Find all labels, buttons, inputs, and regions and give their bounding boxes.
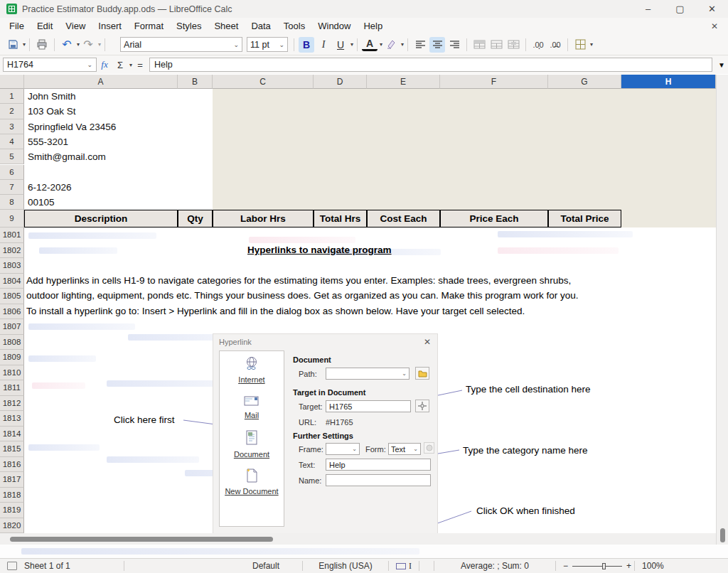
highlight-color-button[interactable] xyxy=(383,37,399,53)
column-header-b[interactable]: B xyxy=(178,75,213,89)
font-color-button[interactable]: A xyxy=(362,38,378,51)
row-header-5[interactable]: 5 xyxy=(0,149,24,164)
cell-a3[interactable]: Springfield Va 23456 xyxy=(24,119,178,134)
column-header-c[interactable]: C xyxy=(213,75,314,89)
column-header-f[interactable]: F xyxy=(440,75,548,89)
row-header-4[interactable]: 4 xyxy=(0,134,24,149)
menu-item-file[interactable]: File xyxy=(3,19,31,33)
vertical-scrollbar[interactable] xyxy=(716,75,728,545)
font-color-dropdown-icon[interactable]: ▾ xyxy=(380,41,382,48)
borders-button[interactable] xyxy=(572,37,588,53)
equals-button[interactable]: = xyxy=(132,60,148,70)
row-header-7[interactable]: 7 xyxy=(0,180,24,195)
redo-dropdown-icon[interactable]: ▾ xyxy=(98,41,101,48)
align-left-button[interactable] xyxy=(412,37,428,53)
save-dropdown-icon[interactable]: ▾ xyxy=(23,41,26,48)
row-header-1801[interactable]: 1801 xyxy=(0,227,24,243)
row-header-1820[interactable]: 1820 xyxy=(0,518,24,534)
column-header-a[interactable]: A xyxy=(24,75,178,89)
close-button[interactable]: ✕ xyxy=(696,0,728,18)
table-header-description[interactable]: Description xyxy=(24,210,178,227)
row-header-9[interactable]: 9 xyxy=(0,210,24,227)
underline-button[interactable]: U xyxy=(333,37,348,53)
row-header-1803[interactable]: 1803 xyxy=(0,258,24,274)
zoom-out-icon[interactable]: − xyxy=(563,561,568,571)
column-header-g[interactable]: G xyxy=(548,75,621,89)
delete-decimal-button[interactable]: .0̶0 xyxy=(547,37,563,53)
sum-average-indicator[interactable]: Average: ; Sum: 0 xyxy=(434,561,555,571)
row-header-1808[interactable]: 1808 xyxy=(0,335,24,350)
row-header-1809[interactable]: 1809 xyxy=(0,350,24,365)
menu-item-insert[interactable]: Insert xyxy=(92,19,128,33)
menu-item-data[interactable]: Data xyxy=(245,19,277,33)
maximize-button[interactable]: ▢ xyxy=(664,0,696,18)
save-button[interactable] xyxy=(5,37,21,53)
row-header-1810[interactable]: 1810 xyxy=(0,365,24,381)
unmerge-cells-button[interactable] xyxy=(505,37,521,53)
row-header-3[interactable]: 3 xyxy=(0,119,24,134)
column-header-h[interactable]: H xyxy=(621,75,716,89)
menu-item-view[interactable]: View xyxy=(59,19,92,33)
row-header-1817[interactable]: 1817 xyxy=(0,472,24,488)
close-document-icon[interactable]: ✕ xyxy=(711,21,718,31)
menu-item-window[interactable]: Window xyxy=(311,19,357,33)
borders-dropdown-icon[interactable]: ▾ xyxy=(590,41,593,48)
add-decimal-button[interactable]: .0̟0 xyxy=(530,37,546,53)
undo-dropdown-icon[interactable]: ▾ xyxy=(77,41,80,48)
hyperlink-dialog-image[interactable]: Hyperlink ✕ InternetMailDocumentNew Docu… xyxy=(213,334,437,533)
page-style[interactable]: Default xyxy=(245,561,302,571)
italic-button[interactable]: I xyxy=(316,37,331,53)
merge-center-button[interactable] xyxy=(488,37,504,53)
column-header-d[interactable]: D xyxy=(314,75,367,89)
underline-dropdown-icon[interactable]: ▾ xyxy=(350,41,353,48)
menu-item-format[interactable]: Format xyxy=(128,19,170,33)
redo-button[interactable]: ↷ xyxy=(80,37,96,53)
row-header-1806[interactable]: 1806 xyxy=(0,304,24,320)
table-header-labor-hrs[interactable]: Labor Hrs xyxy=(213,210,314,227)
selection-mode-indicator[interactable]: I xyxy=(389,561,419,572)
name-box[interactable]: H1764 ⌄ xyxy=(3,58,97,72)
menu-item-sheet[interactable]: Sheet xyxy=(208,19,245,33)
row-header-1807[interactable]: 1807 xyxy=(0,319,24,335)
zoom-slider[interactable] xyxy=(572,566,622,567)
language-indicator[interactable]: English (USA) xyxy=(303,561,388,571)
font-name-combo[interactable]: Arial⌄ xyxy=(120,37,242,52)
select-all-corner[interactable] xyxy=(0,75,24,89)
expand-formula-bar-icon[interactable]: ▼ xyxy=(715,61,728,69)
horizontal-scrollbar[interactable] xyxy=(0,533,716,545)
row-header-2[interactable]: 2 xyxy=(0,104,24,119)
row-header-1804[interactable]: 1804 xyxy=(0,274,24,289)
menu-item-tools[interactable]: Tools xyxy=(277,19,311,33)
highlight-dropdown-icon[interactable]: ▾ xyxy=(401,41,404,48)
zoom-level[interactable]: 100% xyxy=(635,561,671,571)
cell-a4[interactable]: 555-3201 xyxy=(24,134,178,149)
vertical-scrollbar-thumb[interactable] xyxy=(720,528,725,542)
align-center-button[interactable] xyxy=(429,37,445,53)
cell-a5[interactable]: Smith@gmail.com xyxy=(24,149,178,164)
table-header-cost-each[interactable]: Cost Each xyxy=(367,210,440,227)
zoom-control[interactable]: − + xyxy=(556,561,634,571)
sheet-indicator[interactable]: Sheet 1 of 1 xyxy=(17,561,124,571)
row-header-1818[interactable]: 1818 xyxy=(0,488,24,503)
menu-item-styles[interactable]: Styles xyxy=(170,19,208,33)
function-wizard-button[interactable]: fx xyxy=(97,59,112,70)
cell-a8[interactable]: 00105 xyxy=(24,195,178,210)
zoom-slider-thumb[interactable] xyxy=(602,563,606,569)
cell-a7[interactable]: 6-12-2026 xyxy=(24,180,178,195)
row-header-1815[interactable]: 1815 xyxy=(0,441,24,457)
table-header-qty[interactable]: Qty xyxy=(178,210,213,227)
column-header-e[interactable]: E xyxy=(367,75,440,89)
minimize-button[interactable]: – xyxy=(632,0,664,18)
row-header-1814[interactable]: 1814 xyxy=(0,427,24,442)
row-header-1802[interactable]: 1802 xyxy=(0,243,24,259)
table-header-total-hrs[interactable]: Total Hrs xyxy=(314,210,367,227)
merge-cells-button[interactable] xyxy=(471,37,487,53)
row-header-1805[interactable]: 1805 xyxy=(0,289,24,304)
row-header-1812[interactable]: 1812 xyxy=(0,396,24,412)
row-header-1819[interactable]: 1819 xyxy=(0,503,24,518)
font-size-combo[interactable]: 11 pt⌄ xyxy=(247,37,288,52)
align-right-button[interactable] xyxy=(446,37,462,53)
menu-item-edit[interactable]: Edit xyxy=(31,19,59,33)
menu-item-help[interactable]: Help xyxy=(357,19,389,33)
zoom-in-icon[interactable]: + xyxy=(626,561,631,571)
